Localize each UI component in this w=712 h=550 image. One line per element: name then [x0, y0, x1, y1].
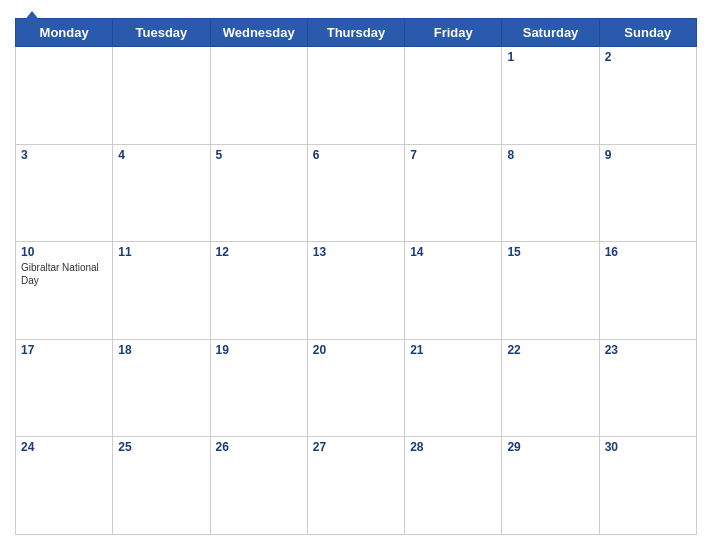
day-cell: 4 [113, 144, 210, 242]
weekday-header-row: MondayTuesdayWednesdayThursdayFridaySatu… [16, 19, 697, 47]
day-number: 19 [216, 343, 302, 357]
day-cell: 17 [16, 339, 113, 437]
day-number: 20 [313, 343, 399, 357]
week-row-2: 3456789 [16, 144, 697, 242]
day-number: 26 [216, 440, 302, 454]
day-cell: 6 [307, 144, 404, 242]
day-number: 21 [410, 343, 496, 357]
day-number: 13 [313, 245, 399, 259]
day-cell: 10Gibraltar National Day [16, 242, 113, 340]
day-cell [210, 47, 307, 145]
day-cell [307, 47, 404, 145]
day-number: 11 [118, 245, 204, 259]
day-cell: 3 [16, 144, 113, 242]
day-number: 24 [21, 440, 107, 454]
day-number: 30 [605, 440, 691, 454]
day-number: 8 [507, 148, 593, 162]
day-number: 23 [605, 343, 691, 357]
day-cell: 30 [599, 437, 696, 535]
day-number: 2 [605, 50, 691, 64]
calendar-table: MondayTuesdayWednesdayThursdayFridaySatu… [15, 18, 697, 535]
week-row-1: 12 [16, 47, 697, 145]
day-cell: 26 [210, 437, 307, 535]
day-cell: 25 [113, 437, 210, 535]
day-number: 28 [410, 440, 496, 454]
day-cell: 28 [405, 437, 502, 535]
day-number: 22 [507, 343, 593, 357]
week-row-4: 17181920212223 [16, 339, 697, 437]
day-number: 1 [507, 50, 593, 64]
week-row-3: 10Gibraltar National Day111213141516 [16, 242, 697, 340]
day-cell: 9 [599, 144, 696, 242]
week-row-5: 24252627282930 [16, 437, 697, 535]
day-number: 27 [313, 440, 399, 454]
weekday-header-sunday: Sunday [599, 19, 696, 47]
day-cell [113, 47, 210, 145]
svg-marker-0 [19, 11, 45, 27]
day-cell: 15 [502, 242, 599, 340]
day-cell: 19 [210, 339, 307, 437]
day-cell: 23 [599, 339, 696, 437]
weekday-header-thursday: Thursday [307, 19, 404, 47]
day-cell: 13 [307, 242, 404, 340]
day-cell: 27 [307, 437, 404, 535]
day-number: 12 [216, 245, 302, 259]
day-cell: 11 [113, 242, 210, 340]
day-cell: 16 [599, 242, 696, 340]
weekday-header-wednesday: Wednesday [210, 19, 307, 47]
day-number: 15 [507, 245, 593, 259]
day-number: 14 [410, 245, 496, 259]
day-number: 9 [605, 148, 691, 162]
weekday-header-friday: Friday [405, 19, 502, 47]
day-number: 10 [21, 245, 107, 259]
day-number: 29 [507, 440, 593, 454]
day-number: 25 [118, 440, 204, 454]
weekday-header-tuesday: Tuesday [113, 19, 210, 47]
day-cell: 2 [599, 47, 696, 145]
day-cell: 21 [405, 339, 502, 437]
calendar-wrapper: MondayTuesdayWednesdayThursdayFridaySatu… [0, 0, 712, 550]
day-cell: 5 [210, 144, 307, 242]
logo-area [15, 10, 46, 28]
weekday-header-saturday: Saturday [502, 19, 599, 47]
day-number: 3 [21, 148, 107, 162]
day-cell: 7 [405, 144, 502, 242]
day-cell: 8 [502, 144, 599, 242]
day-number: 7 [410, 148, 496, 162]
day-number: 4 [118, 148, 204, 162]
day-number: 16 [605, 245, 691, 259]
day-number: 5 [216, 148, 302, 162]
day-number: 17 [21, 343, 107, 357]
day-cell: 29 [502, 437, 599, 535]
day-cell: 20 [307, 339, 404, 437]
logo-icon [18, 10, 46, 28]
day-cell: 18 [113, 339, 210, 437]
day-cell: 14 [405, 242, 502, 340]
day-cell: 12 [210, 242, 307, 340]
day-cell: 1 [502, 47, 599, 145]
day-cell: 24 [16, 437, 113, 535]
day-number: 6 [313, 148, 399, 162]
day-cell [16, 47, 113, 145]
day-number: 18 [118, 343, 204, 357]
day-cell [405, 47, 502, 145]
event-text: Gibraltar National Day [21, 261, 107, 287]
day-cell: 22 [502, 339, 599, 437]
